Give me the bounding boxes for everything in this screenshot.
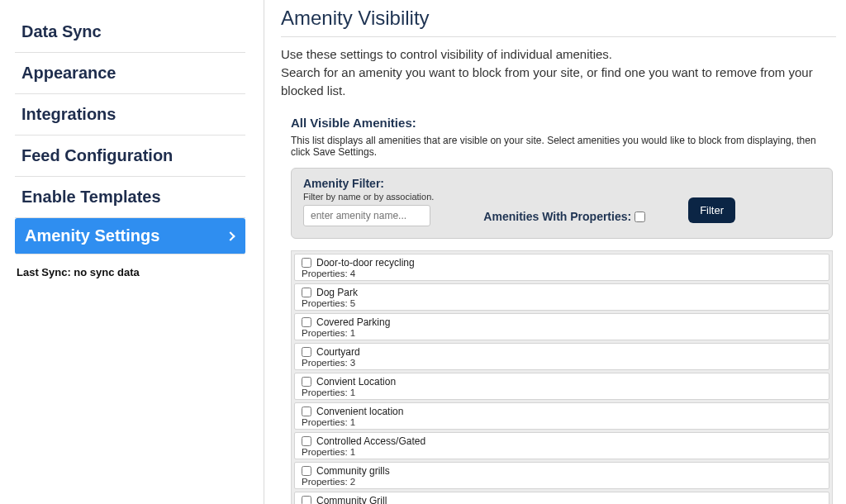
with-properties-checkbox[interactable] [634, 212, 645, 222]
sidebar-item-enable-templates[interactable]: Enable Templates [15, 177, 245, 218]
sidebar: Data Sync Appearance Integrations Feed C… [0, 0, 264, 504]
sidebar-item-label: Feed Configuration [21, 146, 173, 165]
last-sync-status: Last Sync: no sync data [15, 266, 245, 278]
amenity-properties-count: Properties: 1 [302, 447, 822, 457]
sidebar-item-feed-configuration[interactable]: Feed Configuration [15, 136, 245, 177]
intro-line: Search for an amenity you want to block … [281, 64, 836, 100]
amenity-name-input[interactable] [303, 205, 430, 226]
filter-button[interactable]: Filter [688, 197, 735, 223]
amenity-row-top: Community Grill [302, 495, 822, 504]
chevron-right-icon [226, 231, 235, 240]
amenity-checkbox[interactable] [302, 377, 311, 387]
amenity-checkbox[interactable] [302, 466, 311, 476]
sidebar-item-label: Integrations [21, 105, 116, 124]
amenity-row-top: Convient Location [302, 376, 822, 388]
with-properties-label: Amenities With Properties: [483, 210, 631, 223]
amenity-row: Dog ParkProperties: 5 [294, 283, 829, 311]
amenity-name: Controlled Access/Gated [316, 435, 425, 447]
amenity-properties-count: Properties: 1 [302, 328, 822, 338]
amenity-checkbox[interactable] [302, 288, 311, 297]
sidebar-item-data-sync[interactable]: Data Sync [15, 12, 245, 53]
page-title: Amenity Visibility [281, 7, 836, 37]
amenity-checkbox[interactable] [302, 258, 311, 268]
amenity-row-top: Convenient location [302, 406, 822, 417]
sidebar-item-amenity-settings[interactable]: Amenity Settings [15, 218, 245, 254]
amenity-name: Convient Location [316, 376, 396, 388]
amenity-properties-count: Properties: 2 [302, 477, 822, 487]
amenity-name: Door-to-door recycling [316, 257, 415, 269]
section-title: All Visible Amenities: [291, 116, 833, 130]
amenity-row: CourtyardProperties: 3 [294, 343, 829, 370]
amenity-checkbox[interactable] [302, 407, 311, 416]
amenity-name: Dog Park [316, 287, 358, 298]
filter-name-group: Amenity Filter: Filter by name or by ass… [303, 177, 434, 226]
amenity-row-top: Covered Parking [302, 316, 822, 328]
amenity-checkbox[interactable] [302, 347, 311, 357]
sidebar-item-label: Enable Templates [21, 188, 161, 207]
amenity-row-top: Dog Park [302, 287, 822, 298]
amenity-checkbox[interactable] [302, 436, 311, 446]
main-content: Amenity Visibility Use these settings to… [264, 0, 846, 504]
filter-subtext: Filter by name or by association. [303, 192, 434, 202]
sidebar-item-integrations[interactable]: Integrations [15, 94, 245, 136]
amenity-row-top: Courtyard [302, 346, 822, 358]
sidebar-item-label: Appearance [21, 64, 116, 83]
amenity-name: Community grills [316, 465, 390, 477]
amenity-checkbox[interactable] [302, 317, 311, 327]
amenity-row-top: Door-to-door recycling [302, 257, 822, 269]
amenity-properties-count: Properties: 4 [302, 269, 822, 278]
amenity-list: Door-to-door recyclingProperties: 4Dog P… [291, 250, 833, 504]
visible-amenities-section: All Visible Amenities: This list display… [281, 116, 836, 504]
sidebar-item-label: Amenity Settings [25, 226, 159, 245]
amenity-row: Covered ParkingProperties: 1 [294, 313, 829, 340]
sidebar-item-label: Data Sync [21, 22, 102, 41]
amenity-row: Convenient locationProperties: 1 [294, 402, 829, 430]
sidebar-item-appearance[interactable]: Appearance [15, 53, 245, 94]
filter-heading: Amenity Filter: [303, 177, 434, 190]
amenity-name: Community Grill [316, 495, 387, 504]
amenity-properties-count: Properties: 1 [302, 388, 822, 397]
amenity-name: Courtyard [316, 346, 360, 358]
amenity-row-top: Community grills [302, 465, 822, 477]
amenity-name: Covered Parking [316, 316, 390, 328]
amenity-row: Community grillsProperties: 2 [294, 462, 829, 489]
page-intro: Use these settings to control visibility… [281, 45, 836, 99]
amenity-row: Controlled Access/GatedProperties: 1 [294, 432, 829, 459]
amenity-properties-count: Properties: 3 [302, 358, 822, 368]
filter-with-properties-group: Amenities With Properties: [483, 210, 645, 226]
amenity-checkbox[interactable] [302, 496, 311, 504]
amenity-row: Community GrillProperties: 2 [294, 492, 829, 504]
section-desc: This list displays all amenities that ar… [291, 135, 833, 158]
intro-line: Use these settings to control visibility… [281, 45, 836, 64]
amenity-name: Convenient location [316, 406, 403, 417]
amenity-row-top: Controlled Access/Gated [302, 435, 822, 447]
amenity-row: Door-to-door recyclingProperties: 4 [294, 254, 829, 281]
amenity-properties-count: Properties: 1 [302, 417, 822, 427]
amenity-properties-count: Properties: 5 [302, 298, 822, 308]
amenity-row: Convient LocationProperties: 1 [294, 373, 829, 400]
amenity-filter-panel: Amenity Filter: Filter by name or by ass… [291, 168, 833, 239]
